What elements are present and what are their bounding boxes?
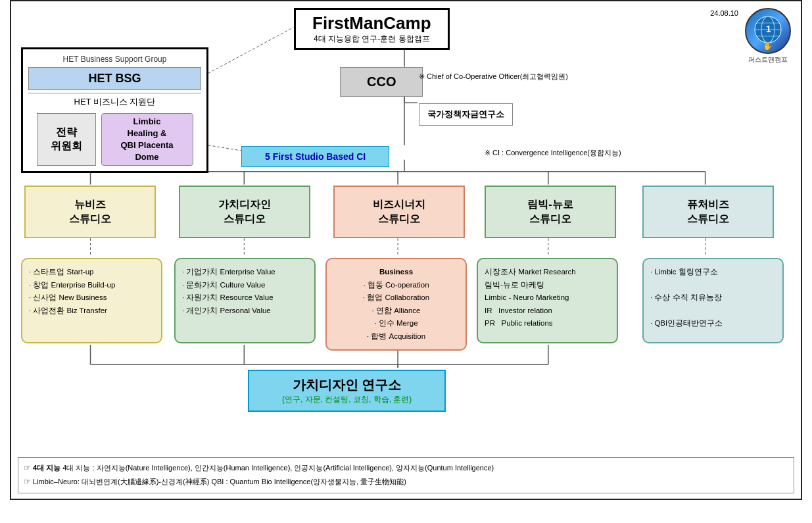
sub-item: · 기업가치 Enterprise Value [182,268,275,276]
sub-item: · 협업 Collaboration [363,293,429,301]
sub-box-limbic: 시장조사 Market Research 림빅-뉴로 마케팅 Limbic - … [477,258,618,343]
footer-section: ☞ 4대 지능 4대 지능 : 자연지능(Nature Intelligence… [18,457,794,493]
sub-item: · 자원가치 Resource Value [182,293,274,301]
footer-line1-text: 4대 지능 : 자연지능(Nature Intelligence), 인간지능(… [62,464,494,472]
sub-kachi: · 기업가치 Enterprise Value · 문화가치 Culture V… [174,258,316,343]
sub-item: PR Public relations [485,319,553,327]
sub-item: · Limbic 힐링연구소 [650,268,718,276]
sub-item: · QBI인공태반연구소 [650,319,723,327]
sub-item: · 문화가치 Culture Value [182,281,265,289]
het-biz-label: HET 비즈니스 지원단 [28,93,201,108]
logo-text: 퍼스트맨캠프 [745,55,791,64]
sub-box-biz: Business · 협동 Co-operation · 협업 Collabor… [325,258,467,351]
studio-future: 퓨처비즈스튜디오 [642,186,774,238]
sub-limbic: 시장조사 Market Research 림빅-뉴로 마케팅 Limbic - … [477,258,618,343]
studio-box-newbiz: 뉴비즈스튜디오 [24,186,156,238]
studio-box-kachi: 가치디자인스튜디오 [179,186,310,238]
cco-box: CCO [340,67,423,97]
sub-item: · 창업 Enterprise Build-up [29,281,115,289]
sub-item: · 스타트업 Start-up [29,268,94,276]
sub-item: · 수상 수직 치유농장 [650,293,722,301]
studio-box-future: 퓨처비즈스튜디오 [642,186,774,238]
sub-item: · 연합 Alliance [372,307,421,314]
sub-item: · 협동 Co-operation [363,281,429,289]
footer-line2: ☞ Limbic–Neuro: 대뇌변연계(大腦邊緣系)-신경계(神經系) QB… [24,475,788,489]
het-bottom-row: 전략 위원회 Limbic Healing & QBI Placenta Dom… [28,113,201,166]
sub-future: · Limbic 힐링연구소 · 수상 수직 치유농장 · QBI인공태반연구소 [642,258,784,343]
sub-biz: Business · 협동 Co-operation · 협업 Collabor… [325,258,467,351]
cco-note: ※ Chief of Co-Operative Officer(최고협력임원) [419,72,568,82]
ci-bar: 5 First Studio Based CI [241,146,389,167]
sub-box-newbiz: · 스타트업 Start-up · 창업 Enterprise Build-up… [21,258,162,343]
logo-area: ✋ 1 퍼스트맨캠프 [745,8,791,64]
kukga-box: 국가정책자금연구소 [419,103,513,126]
footer-line2-text: Limbic–Neuro: 대뇌변연계(大腦邊緣系)-신경계(神經系) QBI … [33,478,406,486]
svg-line-5 [208,28,293,74]
sub-title: 4대 지능융합 연구-훈련 통합캠프 [312,34,431,45]
svg-line-4 [208,145,241,151]
sub-item: · 개인가치 Personal Value [182,307,271,314]
studio-box-biz: 비즈시너지스튜디오 [333,186,465,238]
studio-limbic: 림빅-뉴로스튜디오 [485,186,616,238]
svg-text:✋: ✋ [763,41,773,51]
sub-box-future: · Limbic 힐링연구소 · 수상 수직 치유농장 · QBI인공태반연구소 [642,258,784,343]
title-box: FirstManCamp 4대 지능융합 연구-훈련 통합캠프 [294,8,450,50]
institute-box: 가치디자인 연구소 (연구, 자문, 컨설팅, 코칭, 학습, 훈련) [248,370,446,412]
sub-item: 림빅-뉴로 마케팅 [485,281,544,289]
het-bsg-box: HET BSG [28,67,201,90]
date-label: 24.08.10 [710,9,738,17]
logo-image: ✋ 1 [745,8,791,54]
sub-newbiz: · 스타트업 Start-up · 창업 Enterprise Build-up… [21,258,162,343]
main-title: FirstManCamp [312,13,431,34]
jeonryak-box: 전략 위원회 [37,113,96,166]
sub-item: Limbic - Neuro Marketing [485,293,569,301]
page-container: 24.08.10 ✋ 1 퍼스트맨캠프 FirstManCamp 4대 지능융합… [10,0,802,500]
sub-item: 시장조사 Market Research [485,268,576,276]
sub-box-kachi: · 기업가치 Enterprise Value · 문화가치 Culture V… [174,258,316,343]
biz-header: Business [379,268,413,276]
svg-text:1: 1 [766,24,771,34]
het-support-label: HET Business Support Group [28,55,201,64]
institute-title: 가치디자인 연구소 [282,376,412,394]
sub-item: · 인수 Merge [374,319,418,327]
sub-item: IR Investor relation [485,307,552,314]
studio-bizsynergy: 비즈시너지스튜디오 [333,186,465,238]
footer-line1: ☞ 4대 지능 4대 지능 : 자연지능(Nature Intelligence… [24,461,788,476]
sub-item: · 신사업 New Business [29,293,107,301]
studio-box-limbic: 림빅-뉴로스튜디오 [485,186,616,238]
limbic-box: Limbic Healing & QBI Placenta Dome [101,113,193,166]
studio-newbiz: 뉴비즈스튜디오 [24,186,156,238]
cco-area: CCO [340,67,423,97]
footer-4de-label: 4대 지능 [33,464,62,472]
sub-item: · 합병 Acquisition [367,332,425,340]
ci-note: ※ CI : Convergence Intelligence(융합지능) [485,148,621,158]
institute-sub: (연구, 자문, 컨설팅, 코칭, 학습, 훈련) [282,394,412,405]
sub-item: · 사업전환 Biz Transfer [29,307,107,314]
studio-kachi: 가치디자인스튜디오 [179,186,310,238]
het-block: HET Business Support Group HET BSG HET 비… [21,47,208,173]
